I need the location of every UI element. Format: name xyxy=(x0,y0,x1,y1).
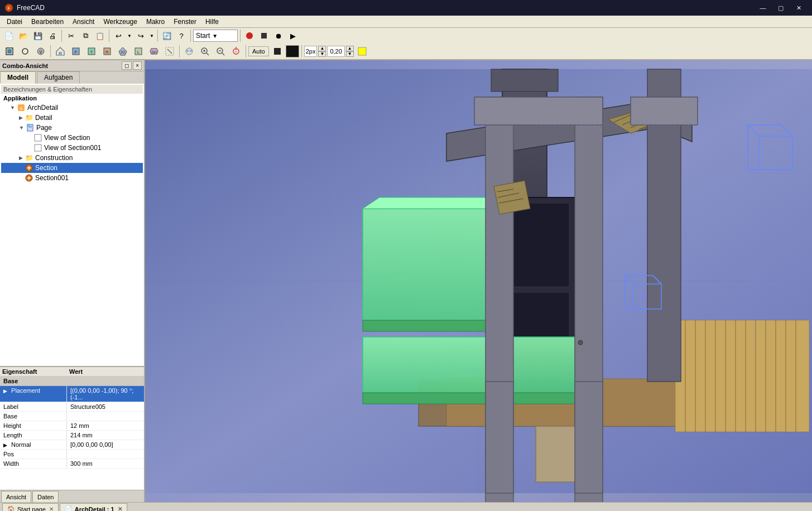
back-view-button[interactable]: SH xyxy=(147,45,161,58)
paste-button[interactable]: 📋 xyxy=(93,29,107,42)
save-button[interactable]: 💾 xyxy=(31,29,45,42)
svg-text:SH: SH xyxy=(151,50,157,54)
svg-line-31 xyxy=(206,53,209,55)
color-swatch-button[interactable] xyxy=(355,45,369,58)
zoom-in-button[interactable] xyxy=(198,45,212,58)
svg-point-27 xyxy=(190,50,192,52)
tab-modell[interactable]: Modell xyxy=(0,71,36,84)
fit-sel-button[interactable] xyxy=(18,45,32,58)
separator-2 xyxy=(109,30,109,42)
props-group-base: Base xyxy=(0,377,144,386)
archdetail-label: ArchDetail xyxy=(27,104,58,112)
copy-button[interactable]: ⧉ xyxy=(79,29,92,42)
rotate-button[interactable] xyxy=(229,45,243,58)
tree-item-section[interactable]: ▶ Section xyxy=(1,163,143,173)
home-view-button[interactable] xyxy=(53,45,68,58)
btab-startpage-icon: 🏠 xyxy=(7,505,15,511)
placement-key: Placement xyxy=(11,387,40,394)
stop-button[interactable] xyxy=(257,29,271,42)
view-btn-sel[interactable] xyxy=(162,45,177,58)
tree-item-page[interactable]: ▼ Page xyxy=(1,123,143,133)
print-button[interactable]: 🖨 xyxy=(46,29,59,42)
menu-bearbeiten[interactable]: Bearbeiten xyxy=(27,17,68,27)
close-button[interactable]: ✕ xyxy=(790,0,808,16)
separator-3 xyxy=(157,30,158,42)
props-row-width[interactable]: Width 300 mm xyxy=(0,459,144,469)
menu-werkzeuge[interactable]: Werkzeuge xyxy=(99,17,141,27)
viewport-svg: Z Y X xyxy=(145,60,812,502)
props-row-normal[interactable]: ▶ Normal [0,00 0,00 0,00] xyxy=(0,440,144,450)
main-area: Combo-Ansicht ◻ × Modell Aufgaben Bezeic… xyxy=(0,60,812,502)
record-button2[interactable]: ⏺ xyxy=(272,29,285,42)
combo-header: Combo-Ansicht ◻ × xyxy=(0,60,144,71)
btab-startpage-close[interactable]: ✕ xyxy=(49,506,54,511)
redo-button[interactable]: ↪ xyxy=(134,29,147,42)
tree-item-view-section[interactable]: ▶ View of Section xyxy=(1,133,143,143)
menu-hilfe[interactable]: Hilfe xyxy=(201,17,223,27)
front-view-button[interactable]: F xyxy=(69,45,83,58)
props-row-placement[interactable]: ▶ Placement [(0,00 0,00 -1,00); 90 °; (-… xyxy=(0,386,144,402)
axo-view-button[interactable]: 3D xyxy=(116,45,130,58)
view-separator-3 xyxy=(246,45,246,57)
maximize-button[interactable]: ▢ xyxy=(772,0,790,16)
tree-item-archdetail[interactable]: ▼ A ArchDetail xyxy=(1,103,143,113)
viewport[interactable]: Z Y X xyxy=(145,60,812,502)
num-spin-up[interactable]: ▲ xyxy=(346,46,354,51)
view-menu-button[interactable]: v xyxy=(33,45,48,58)
num-spin-down[interactable]: ▼ xyxy=(346,51,354,57)
start-arrow: ▼ xyxy=(212,33,218,39)
refresh-button[interactable]: 🔄 xyxy=(160,29,174,42)
right-view-button[interactable]: R xyxy=(100,45,114,58)
props-row-length[interactable]: Length 214 mm xyxy=(0,431,144,440)
combo-float-button[interactable]: ◻ xyxy=(122,61,132,70)
undo-button[interactable]: ↩ xyxy=(112,29,125,42)
menu-ansicht[interactable]: Ansicht xyxy=(68,17,99,27)
start-label: Start xyxy=(196,32,210,40)
bottom-tabs-bar: 🏠 Start page ✕ 📄 ArchDetail : 1 ✕ xyxy=(0,502,812,511)
open-button[interactable]: 📂 xyxy=(17,29,30,42)
menu-datei[interactable]: Datei xyxy=(2,17,27,27)
nav-button[interactable] xyxy=(182,45,196,58)
btab-archdetail-close[interactable]: ✕ xyxy=(118,506,122,511)
combo-close-button[interactable]: × xyxy=(133,61,142,70)
fit-all-button[interactable] xyxy=(2,45,17,58)
btab-archdetail[interactable]: 📄 ArchDetail : 1 ✕ xyxy=(60,503,127,511)
record-start-button[interactable] xyxy=(243,29,256,42)
macro-button[interactable]: ? xyxy=(175,29,188,42)
menu-makro[interactable]: Makro xyxy=(142,17,169,27)
svg-rect-96 xyxy=(575,382,603,493)
undo-dropdown[interactable]: ▼ xyxy=(126,29,133,42)
color-picker[interactable] xyxy=(286,45,299,57)
props-header: Eigenschaft Wert xyxy=(0,367,144,377)
props-row-label[interactable]: Label Structure005 xyxy=(0,402,144,412)
redo-dropdown[interactable]: ▼ xyxy=(148,29,155,42)
px-spin-down[interactable]: ▼ xyxy=(318,51,326,57)
tree-item-section001[interactable]: ▶ Section001 xyxy=(1,173,143,183)
play-button[interactable]: ▶ xyxy=(286,29,300,42)
top-view-button[interactable]: T xyxy=(84,45,99,58)
props-row-height[interactable]: Height 12 mm xyxy=(0,421,144,431)
props-row-pos[interactable]: Pos xyxy=(0,450,144,459)
pos-key: Pos xyxy=(3,451,14,457)
start-dropdown[interactable]: Start ▼ xyxy=(193,30,238,42)
minimize-button[interactable]: — xyxy=(754,0,772,16)
tree-item-view-section001[interactable]: ▶ View of Section001 xyxy=(1,143,143,153)
auto-button[interactable]: Auto xyxy=(248,46,269,56)
left-tab-daten[interactable]: Daten xyxy=(32,491,59,502)
px-spin-up[interactable]: ▲ xyxy=(318,46,326,51)
tree-item-construction[interactable]: ▶ 📁 Construction xyxy=(1,153,143,163)
new-button[interactable]: 📄 xyxy=(2,29,16,42)
draw-mode-button[interactable] xyxy=(270,45,285,58)
btab-startpage-label: Start page xyxy=(17,506,46,512)
svg-rect-46 xyxy=(35,144,41,151)
btab-archdetail-label: ArchDetail : 1 xyxy=(75,506,114,512)
tree-item-detail[interactable]: ▶ 📁 Detail xyxy=(1,113,143,123)
left-view-button[interactable]: L xyxy=(131,45,146,58)
left-tab-ansicht[interactable]: Ansicht xyxy=(1,491,31,502)
zoom-out-button[interactable] xyxy=(213,45,228,58)
menu-fenster[interactable]: Fenster xyxy=(169,17,201,27)
btab-startpage[interactable]: 🏠 Start page ✕ xyxy=(2,503,59,511)
cut-button[interactable]: ✂ xyxy=(64,29,78,42)
props-row-base[interactable]: Base xyxy=(0,412,144,421)
tab-aufgaben[interactable]: Aufgaben xyxy=(37,71,80,84)
